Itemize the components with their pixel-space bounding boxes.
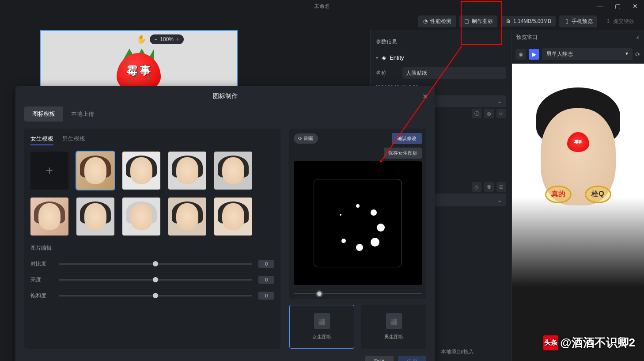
template-thumb[interactable]	[30, 198, 68, 236]
memory-indicator[interactable]: 🗎 1.14MB/5.00MB	[501, 16, 556, 27]
tab-female-template[interactable]: 女生模板	[30, 135, 53, 145]
phone-icon: ▯	[564, 18, 570, 24]
edit-title: 图片编辑	[30, 244, 274, 252]
add-template-button[interactable]: +	[30, 152, 68, 190]
canvas-toolbar: ✋ − 100% +	[136, 34, 184, 44]
saturation-label: 饱和度	[30, 292, 53, 300]
make-icon-button[interactable]: ▢ 制作图标	[459, 15, 497, 27]
play-icon[interactable]: ▶	[529, 49, 539, 60]
entity-section[interactable]: ▾ ◈ Entity	[376, 51, 506, 65]
app-title: 未命名	[314, 3, 330, 10]
chevron-down-icon: ▾	[625, 50, 628, 58]
checkbox-icon[interactable]: ☑	[496, 109, 506, 118]
image-icon: ▦	[386, 313, 402, 329]
brightness-value[interactable]: 0	[258, 276, 274, 284]
watermark: 头条 @酒酒不识卿2	[543, 335, 635, 350]
tab-male-template[interactable]: 男生模板	[62, 135, 85, 145]
contrast-slider[interactable]	[59, 263, 252, 265]
brightness-slider[interactable]	[59, 279, 252, 281]
maximize-button[interactable]: ▢	[609, 0, 626, 12]
tab-local-upload[interactable]: 本地上传	[63, 106, 102, 122]
close-icon[interactable]: ✕	[422, 92, 428, 101]
template-thumb[interactable]	[168, 152, 206, 190]
gauge-icon: ◔	[422, 18, 428, 24]
checkbox-icon[interactable]: ☑	[496, 182, 506, 192]
zoom-in-icon[interactable]: +	[176, 36, 179, 42]
template-thumb[interactable]	[76, 198, 114, 236]
template-thumb[interactable]	[122, 152, 160, 190]
male-icon-tab[interactable]: ▦ 男生图标	[361, 305, 426, 349]
performance-button[interactable]: ◔ 性能检测	[418, 15, 456, 27]
minimize-button[interactable]: —	[591, 0, 609, 12]
image-icon: ▦	[314, 313, 330, 329]
zoom-out-icon[interactable]: −	[154, 36, 157, 42]
expand-icon[interactable]: ›I	[636, 34, 640, 41]
preview-image: 霉事 真的 栓Q	[512, 64, 644, 361]
template-thumb[interactable]	[76, 152, 114, 190]
preview-panel: 预览窗口 ›I ◉ ▶ 男单人静态 ▾ ⟳ 霉事 真的 栓Q	[511, 30, 644, 361]
titlebar: 未命名 — ▢ ✕	[0, 0, 644, 12]
save-female-icon-button[interactable]: 保存女生图标	[384, 148, 422, 159]
apply-button[interactable]: 应用	[398, 356, 426, 361]
modal-title: 图标制作 ✕	[15, 86, 435, 106]
brightness-label: 亮度	[30, 276, 53, 284]
saturation-value[interactable]: 0	[258, 292, 274, 300]
zoom-control[interactable]: − 100% +	[150, 34, 184, 44]
chevron-down-icon: ▾	[376, 55, 378, 60]
template-thumb[interactable]	[122, 198, 160, 236]
window-controls: — ▢ ✕	[591, 0, 644, 12]
confirm-button[interactable]: 确认修改	[392, 133, 422, 144]
local-add-hint: 本地添加/拖入	[441, 348, 474, 356]
saturation-slider[interactable]	[59, 295, 252, 296]
sticker-text: 霉 事	[127, 64, 151, 78]
cube-icon: ◈	[382, 54, 386, 61]
template-thumb[interactable]	[214, 198, 252, 236]
phone-preview-button[interactable]: ▯ 手机预览	[559, 15, 597, 27]
chevron-down-icon: ⌄	[497, 98, 502, 104]
toutiao-logo-icon: 头条	[543, 335, 558, 350]
refresh-icon[interactable]: ⟳	[635, 51, 640, 58]
target-icon[interactable]: ◎	[472, 182, 481, 192]
close-button[interactable]: ✕	[626, 0, 644, 12]
name-input[interactable]	[402, 67, 506, 79]
trash-icon[interactable]: 🗑	[484, 182, 494, 192]
template-thumb[interactable]	[168, 198, 206, 236]
eye-icon[interactable]: ◉	[515, 49, 526, 60]
contrast-value[interactable]: 0	[258, 260, 274, 268]
upload-icon: ↥	[605, 18, 611, 24]
preview-title: 预览窗口	[516, 34, 538, 41]
lens-right: 栓Q	[585, 186, 611, 203]
params-header: 参数信息	[376, 35, 506, 51]
refresh-icon: ⟳	[298, 136, 302, 141]
icon-preview-area	[294, 161, 422, 285]
loading-spinner	[314, 179, 402, 267]
cancel-button[interactable]: 取消	[365, 356, 394, 361]
template-thumb[interactable]	[214, 152, 252, 190]
lens-left: 真的	[545, 186, 572, 203]
refresh-button[interactable]: ⟳ 刷新	[294, 133, 318, 144]
file-icon: 🗎	[505, 18, 511, 24]
name-label: 名称	[376, 69, 398, 77]
tab-template[interactable]: 图标模板	[24, 106, 63, 122]
female-icon-tab[interactable]: ▦ 女生图标	[289, 305, 354, 349]
submit-effect-button[interactable]: ↥ 提交特效	[601, 15, 639, 27]
hand-icon[interactable]: ✋	[136, 34, 146, 44]
chevron-down-icon: ⌄	[497, 197, 502, 203]
top-toolbar: ◔ 性能检测 ▢ 制作图标 🗎 1.14MB/5.00MB ▯ 手机预览 ↥ 提…	[0, 12, 644, 30]
timeline-scrubber[interactable]	[294, 293, 422, 294]
info-icon[interactable]: ⓘ	[472, 109, 481, 118]
preview-mode-select[interactable]: 男单人静态 ▾	[542, 48, 633, 60]
template-grid: +	[30, 152, 274, 236]
zoom-value: 100%	[160, 36, 174, 42]
mini-strawberry-icon: 霉事	[567, 132, 589, 152]
contrast-label: 对比度	[30, 260, 53, 268]
target-icon[interactable]: ◎	[484, 109, 494, 118]
glasses-sticker: 真的 栓Q	[545, 186, 611, 203]
icon-icon: ▢	[464, 18, 470, 24]
icon-maker-modal: 图标制作 ✕ 图标模板 本地上传 女生模板 男生模板 +	[15, 86, 435, 361]
